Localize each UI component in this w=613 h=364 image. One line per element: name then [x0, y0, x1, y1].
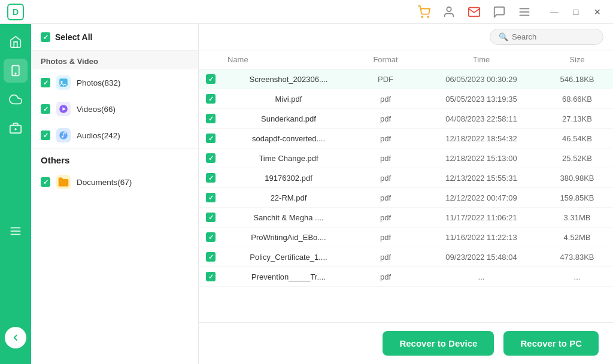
category-photos[interactable]: Photos(832)	[31, 69, 198, 96]
user-icon[interactable]	[441, 4, 457, 20]
left-panel: Select All Photos & Video Photos(832)	[31, 24, 199, 364]
audios-label: Audios(242)	[77, 131, 120, 140]
cart-icon[interactable]	[415, 4, 432, 20]
row-checkbox[interactable]	[206, 74, 216, 84]
row-time: 12/18/2022 18:54:32	[421, 134, 541, 143]
row-name: 19176302.pdf	[223, 174, 350, 183]
row-format: pdf	[350, 95, 421, 104]
row-name: Time Change.pdf	[223, 154, 350, 163]
svg-point-20	[62, 136, 63, 138]
row-name: Policy_Certificate_1....	[223, 253, 350, 262]
row-format: pdf	[350, 213, 421, 222]
table-row[interactable]: ProWritingAid_EBo.... pdf 11/16/2022 11:…	[199, 228, 613, 247]
mail-icon[interactable]	[466, 4, 482, 20]
photos-icon	[56, 75, 71, 90]
table-row[interactable]: sodapdf-converted.... pdf 12/18/2022 18:…	[199, 129, 613, 148]
back-button[interactable]	[5, 327, 26, 348]
content-header: 🔍	[199, 24, 613, 50]
table-row[interactable]: Prevention_____Tr.... pdf ... ...	[199, 267, 613, 287]
table-row[interactable]: 22-RM.pdf pdf 12/12/2022 00:47:09 159.85…	[199, 188, 613, 208]
row-size: 159.85KB	[541, 193, 613, 202]
title-bar: D	[0, 0, 613, 24]
row-check-col	[199, 114, 223, 123]
row-size: 546.18KB	[541, 75, 613, 84]
row-checkbox[interactable]	[206, 134, 216, 143]
comment-icon[interactable]	[491, 4, 508, 20]
svg-point-2	[447, 7, 451, 11]
table-row[interactable]: Time Change.pdf pdf 12/18/2022 15:13:00 …	[199, 148, 613, 168]
videos-label: Videos(66)	[77, 105, 116, 114]
col-size-header: Size	[541, 55, 613, 64]
recover-to-pc-button[interactable]: Recover to PC	[503, 331, 599, 356]
select-all-row[interactable]: Select All	[31, 24, 198, 51]
row-checkbox[interactable]	[206, 213, 216, 222]
videos-checkbox[interactable]	[41, 104, 50, 114]
row-format: PDF	[350, 75, 421, 84]
row-name: Mivi.pdf	[223, 95, 350, 104]
row-size: 27.13KB	[541, 114, 613, 123]
table-row[interactable]: Screenshot_202306.... PDF 06/05/2023 00:…	[199, 69, 613, 89]
row-size: 3.31MB	[541, 213, 613, 222]
documents-checkbox[interactable]	[41, 177, 50, 187]
row-check-col	[199, 193, 223, 202]
table-row[interactable]: 19176302.pdf pdf 12/13/2022 15:55:31 380…	[199, 168, 613, 188]
bottom-bar: Recover to Device Recover to PC	[199, 322, 613, 364]
table-row[interactable]: Policy_Certificate_1.... pdf 09/23/2022 …	[199, 247, 613, 267]
photos-video-section-header: Photos & Video	[31, 51, 198, 69]
row-name: Prevention_____Tr....	[223, 272, 350, 281]
table-row[interactable]: Sanchit & Megha .... pdf 11/17/2022 11:0…	[199, 208, 613, 228]
row-check-col	[199, 94, 223, 104]
sidebar-icons	[0, 24, 31, 364]
sidebar-item-home[interactable]	[4, 30, 28, 54]
audios-checkbox[interactable]	[41, 131, 50, 140]
row-checkbox[interactable]	[206, 193, 216, 202]
sidebar-item-cloud[interactable]	[4, 87, 28, 111]
documents-label: Documents(67)	[77, 178, 132, 187]
row-check-col	[199, 232, 223, 242]
sidebar-item-more[interactable]	[4, 219, 28, 243]
row-time: 09/23/2022 15:48:04	[421, 253, 541, 262]
table-row[interactable]: Mivi.pdf pdf 05/05/2023 13:19:35 68.66KB	[199, 89, 613, 109]
category-documents[interactable]: Documents(67)	[31, 169, 198, 195]
row-time: 05/05/2023 13:19:35	[421, 95, 541, 104]
search-input[interactable]	[512, 32, 594, 41]
category-audios[interactable]: Audios(242)	[31, 122, 198, 148]
row-name: ProWritingAid_EBo....	[223, 233, 350, 242]
search-box[interactable]: 🔍	[490, 29, 603, 45]
row-checkbox[interactable]	[206, 153, 216, 163]
table-header: Name Format Time Size	[199, 50, 613, 69]
recover-to-device-button[interactable]: Recover to Device	[383, 331, 494, 356]
title-bar-left: D	[7, 4, 24, 20]
row-size: 68.66KB	[541, 95, 613, 104]
row-size: 4.52MB	[541, 233, 613, 242]
sidebar-item-toolkit[interactable]	[4, 116, 28, 140]
row-check-col	[199, 153, 223, 163]
row-time: 12/13/2022 15:55:31	[421, 174, 541, 183]
row-checkbox[interactable]	[206, 272, 216, 281]
sidebar-item-device[interactable]	[4, 59, 28, 83]
photos-checkbox[interactable]	[41, 78, 50, 87]
row-checkbox[interactable]	[206, 94, 216, 104]
select-all-checkbox[interactable]	[41, 32, 50, 42]
main-layout: Select All Photos & Video Photos(832)	[0, 24, 613, 364]
documents-icon	[56, 175, 71, 189]
row-name: Sanchit & Megha ....	[223, 213, 350, 222]
row-name: 22-RM.pdf	[223, 193, 350, 202]
row-time: ...	[421, 272, 541, 281]
row-format: pdf	[350, 134, 421, 143]
minimize-button[interactable]: —	[546, 4, 563, 20]
menu-icon[interactable]	[516, 4, 533, 20]
row-checkbox[interactable]	[206, 114, 216, 123]
row-name: Screenshot_202306....	[223, 75, 350, 84]
row-name: sodapdf-converted....	[223, 134, 350, 143]
col-format-header: Format	[350, 55, 421, 64]
row-checkbox[interactable]	[206, 173, 216, 183]
table-row[interactable]: Sunderkand.pdf pdf 04/08/2023 22:58:11 2…	[199, 109, 613, 129]
close-button[interactable]: ✕	[589, 4, 606, 20]
category-videos[interactable]: Videos(66)	[31, 96, 198, 122]
row-checkbox[interactable]	[206, 232, 216, 242]
maximize-button[interactable]: □	[568, 4, 584, 20]
row-checkbox[interactable]	[206, 252, 216, 262]
title-bar-icons: — □ ✕	[415, 4, 606, 20]
row-check-col	[199, 74, 223, 84]
